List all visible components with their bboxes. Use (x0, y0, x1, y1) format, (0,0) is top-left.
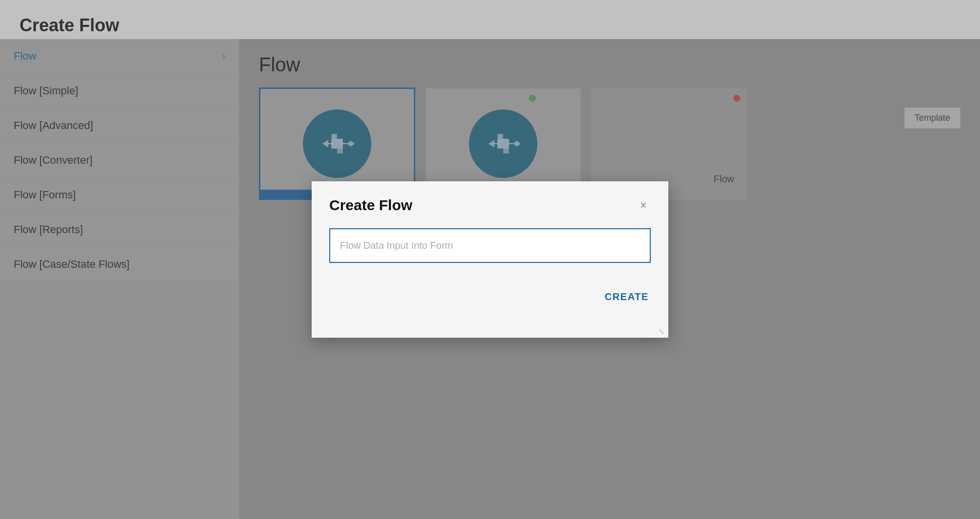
resize-handle[interactable]: ⤡ (659, 328, 666, 336)
modal-header: Create Flow × (312, 181, 668, 223)
modal-footer: CREATE (312, 278, 668, 322)
modal-body (312, 223, 668, 278)
modal-close-button[interactable]: × (636, 197, 651, 213)
modal-title: Create Flow (329, 197, 412, 214)
create-flow-modal: Create Flow × CREATE ⤡ (312, 181, 668, 338)
create-button[interactable]: CREATE (603, 287, 651, 306)
flow-name-input[interactable] (329, 228, 651, 263)
modal-overlay: Create Flow × CREATE ⤡ (0, 0, 980, 519)
